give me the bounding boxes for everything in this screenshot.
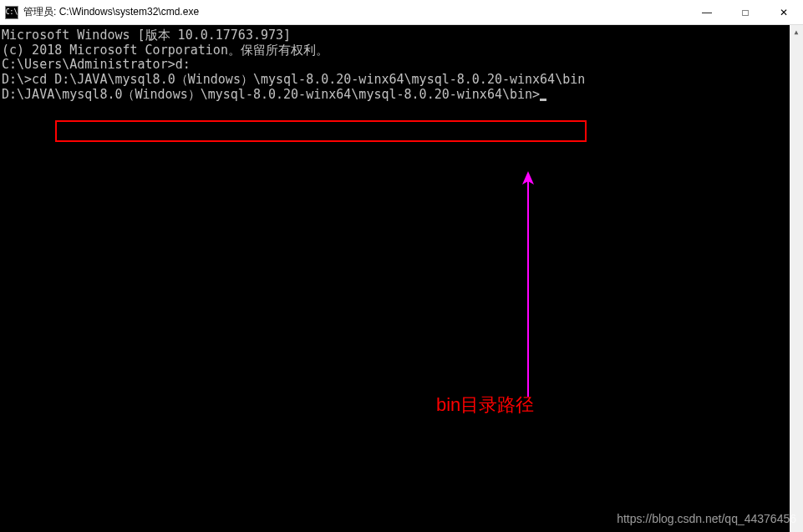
vertical-scrollbar[interactable]: ▲ [790,25,803,532]
highlight-rectangle [55,120,587,142]
terminal-line: D:\>cd D:\JAVA\mysql8.0（Windows）\mysql-8… [2,73,801,88]
terminal-line: C:\Users\Administrator>d: [2,58,801,73]
terminal-line: (c) 2018 Microsoft Corporation。保留所有权利。 [2,43,801,58]
window-title: 管理员: C:\Windows\system32\cmd.exe [23,5,688,19]
window-titlebar: C:\ 管理员: C:\Windows\system32\cmd.exe — □… [0,0,803,25]
terminal-prompt-line: D:\JAVA\mysql8.0（Windows）\mysql-8.0.20-w… [2,88,801,103]
cmd-icon: C:\ [5,6,18,19]
cmd-icon-inner: C:\ [6,8,18,16]
svg-marker-2 [522,171,534,185]
terminal-output[interactable]: Microsoft Windows [版本 10.0.17763.973] (c… [0,25,803,532]
terminal-prompt: D:\JAVA\mysql8.0（Windows）\mysql-8.0.20-w… [2,87,540,102]
maximize-button[interactable]: □ [726,0,765,24]
watermark-text: https://blog.csdn.net/qq_44376456 [617,512,796,525]
terminal-cursor [540,99,546,101]
scroll-up-arrow-icon[interactable]: ▲ [790,25,803,38]
window-controls: — □ ✕ [688,0,803,24]
annotation-arrow [520,171,536,409]
terminal-line: Microsoft Windows [版本 10.0.17763.973] [2,28,801,43]
scrollbar-thumb[interactable] [790,38,803,532]
close-button[interactable]: ✕ [765,0,803,24]
annotation-label: bin目录路径 [436,394,534,416]
minimize-button[interactable]: — [688,0,726,24]
